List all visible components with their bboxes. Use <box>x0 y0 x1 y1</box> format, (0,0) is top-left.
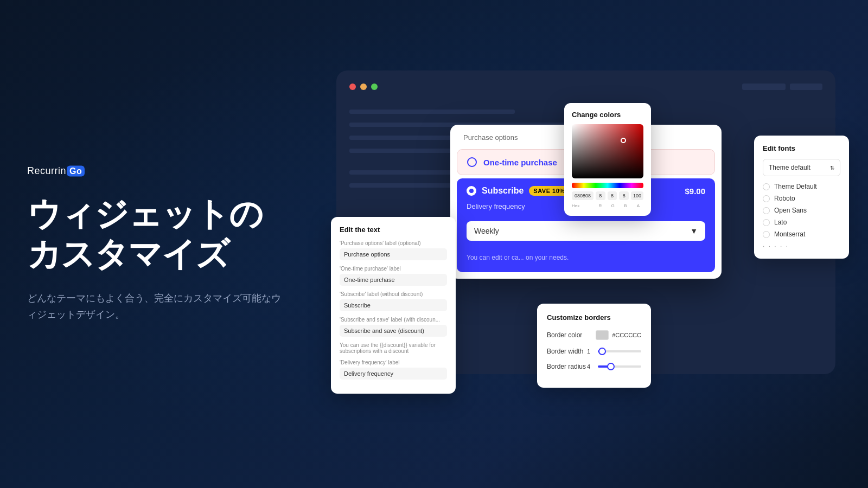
left-panel: RecurrinGo ウィジェットのカスタマイズ どんなテーマにもよく合う、完全… <box>27 165 288 323</box>
edit-text-title: Edit the text <box>340 226 447 234</box>
change-colors-panel: Change colors 080808 8 8 8 100 Hex R G B… <box>564 103 651 216</box>
border-radius-slider[interactable]: 4 <box>587 363 641 370</box>
edit-fonts-panel: Edit fonts Theme default ⇅ Theme Default… <box>754 136 849 259</box>
font-name-3: Lato <box>774 219 787 226</box>
font-name-0: Theme Default <box>774 183 817 190</box>
font-radio-1[interactable] <box>763 195 770 202</box>
border-width-label: Border width <box>547 348 583 355</box>
hero-subtitle: どんなテーマにもよく合う、完全にカスタマイズ可能なウィジェットデザイン。 <box>27 290 288 323</box>
font-radio-2[interactable] <box>763 207 770 214</box>
field-label-3: 'Subscribe and save' label (with discoun… <box>340 317 447 323</box>
right-panel: Purchase options One-time purchase Subsc… <box>331 70 846 418</box>
logo-text: RecurrinGo <box>27 165 85 177</box>
field-value-5[interactable]: Delivery frequency <box>340 368 447 380</box>
color-b-input[interactable]: 8 <box>619 191 629 200</box>
variable-note: You can use the {{discount}} variable fo… <box>340 342 447 354</box>
border-width-thumb[interactable] <box>598 348 606 355</box>
color-picker-dot[interactable] <box>621 138 626 143</box>
field-value-1[interactable]: One-time purchase <box>340 274 447 286</box>
border-width-slider[interactable]: 1 <box>587 348 641 355</box>
color-hex-display: #CCCCCC <box>612 332 641 338</box>
change-colors-title: Change colors <box>572 111 643 119</box>
font-name-1: Roboto <box>774 195 795 202</box>
top-bar-skeleton <box>349 84 822 90</box>
field-value-3[interactable]: Subscribe and save (discount) <box>340 325 447 337</box>
logo: RecurrinGo <box>27 165 288 177</box>
field-label-0: 'Purchase options' label (optional) <box>340 240 447 246</box>
delivery-label: Delivery frequency <box>467 202 525 210</box>
color-swatch[interactable] <box>596 330 609 340</box>
font-option-theme-default[interactable]: Theme Default <box>763 183 840 190</box>
border-radius-track[interactable] <box>598 365 641 368</box>
font-option-roboto[interactable]: Roboto <box>763 195 840 202</box>
font-radio-0[interactable] <box>763 183 770 190</box>
save-badge: SAVE 10% <box>529 186 569 196</box>
rainbow-bar[interactable] <box>572 183 643 188</box>
border-color-control[interactable]: #CCCCCC <box>596 330 641 340</box>
font-radio-3[interactable] <box>763 219 770 226</box>
font-select-arrows-icon: ⇅ <box>830 165 834 171</box>
one-time-field: 'One-time purchase' label One-time purch… <box>340 266 447 286</box>
field-label-2: 'Subscribe' label (without discount) <box>340 291 447 297</box>
field-label-1: 'One-time purchase' label <box>340 266 447 272</box>
customize-borders-panel: Customize borders Border color #CCCCCC B… <box>537 304 651 388</box>
font-option-montserrat[interactable]: Montserrat <box>763 230 840 238</box>
border-width-row: Border width 1 <box>547 348 641 355</box>
border-radius-value: 4 <box>587 363 595 370</box>
color-r-input[interactable]: 8 <box>596 191 605 200</box>
font-dots: · · · · · <box>763 242 840 250</box>
edit-text-panel: Edit the text 'Purchase options' label (… <box>331 217 456 394</box>
subscribe-label: Subscribe <box>482 186 524 196</box>
field-label-5: 'Delivery frequency' label <box>340 359 447 365</box>
logo-go: Go <box>67 166 85 177</box>
subscribe-left: Subscribe SAVE 10% <box>467 186 570 196</box>
field-label-4: You can use the {{discount}} variable fo… <box>340 342 447 354</box>
frequency-value: Weekly <box>474 227 499 235</box>
border-radius-row: Border radius 4 <box>547 363 641 370</box>
hero-title: ウィジェットのカスタマイズ <box>27 194 288 275</box>
font-select-value: Theme default <box>769 164 810 171</box>
border-color-label: Border color <box>547 331 582 339</box>
purchase-options-field: 'Purchase options' label (optional) Purc… <box>340 240 447 260</box>
one-time-radio[interactable] <box>467 157 477 167</box>
borders-title: Customize borders <box>547 313 641 322</box>
font-name-4: Montserrat <box>774 230 805 238</box>
subscribe-field: 'Subscribe' label (without discount) Sub… <box>340 291 447 311</box>
frequency-select[interactable]: Weekly ▼ <box>467 221 705 241</box>
border-radius-thumb[interactable] <box>607 363 615 370</box>
logo-name: Recurrin <box>27 165 66 176</box>
one-time-label: One-time purchase <box>483 158 557 167</box>
field-value-0[interactable]: Purchase options <box>340 248 447 260</box>
border-radius-label: Border radius <box>547 363 586 370</box>
font-option-lato[interactable]: Lato <box>763 219 840 226</box>
font-select-box[interactable]: Theme default ⇅ <box>763 159 840 176</box>
color-hex-input[interactable]: 080808 <box>572 191 593 200</box>
color-picker-gradient[interactable] <box>572 124 643 178</box>
color-g-input[interactable]: 8 <box>608 191 617 200</box>
delivery-freq-field: 'Delivery frequency' label Delivery freq… <box>340 359 447 380</box>
font-name-2: Open Sans <box>774 207 807 214</box>
color-inputs-row: 080808 8 8 8 100 <box>572 191 643 200</box>
color-alpha-input[interactable]: 100 <box>631 191 643 200</box>
border-width-value: 1 <box>587 348 595 355</box>
dropdown-arrow-icon: ▼ <box>690 227 698 235</box>
subscribe-price: $9.00 <box>685 187 705 196</box>
font-radio-4[interactable] <box>763 231 770 238</box>
subscribe-description: You can edit or ca... on your needs. <box>467 253 569 262</box>
border-width-track[interactable] <box>598 350 641 352</box>
edit-fonts-title: Edit fonts <box>763 144 840 152</box>
field-value-2[interactable]: Subscribe <box>340 299 447 311</box>
font-option-open-sans[interactable]: Open Sans <box>763 207 840 214</box>
subscribe-save-field: 'Subscribe and save' label (with discoun… <box>340 317 447 337</box>
border-color-row: Border color #CCCCCC <box>547 330 641 340</box>
subscribe-radio[interactable] <box>467 186 476 196</box>
